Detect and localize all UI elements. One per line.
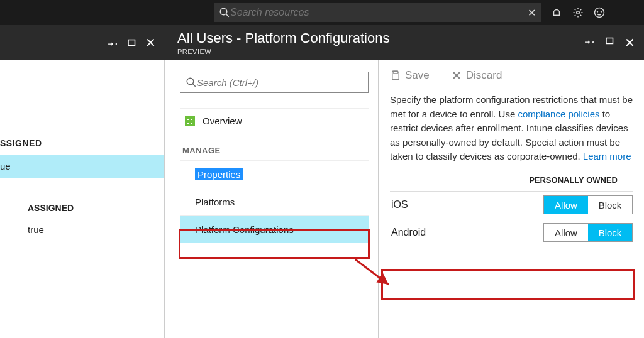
save-label: Save: [405, 69, 430, 82]
search-icon: [219, 7, 230, 18]
smiley-icon[interactable]: [594, 7, 605, 18]
global-search-input[interactable]: [230, 7, 536, 18]
save-icon: [390, 70, 401, 81]
platform-name: iOS: [390, 199, 543, 210]
discard-label: Discard: [466, 69, 502, 82]
toggle-block[interactable]: Block: [588, 196, 632, 214]
nav-blade: Overview MANAGE Properties Platforms Pla…: [165, 60, 379, 338]
svg-point-5: [597, 11, 598, 12]
svg-point-9: [187, 78, 194, 85]
bell-icon[interactable]: [551, 7, 562, 18]
restore-icon[interactable]: [126, 37, 138, 48]
content-blade: Save Discard Specify the platform config…: [379, 60, 644, 338]
platform-row-ios: iOS Allow Block: [390, 191, 633, 219]
svg-point-3: [577, 11, 580, 14]
search-icon: [186, 77, 197, 88]
gear-icon[interactable]: [572, 7, 584, 18]
toggle-allow[interactable]: Allow: [544, 224, 588, 241]
nav-item-label: Platforms: [195, 197, 235, 207]
blade-header-row: ✕ All Users - Platform Configurations PR…: [0, 25, 644, 60]
left-blade: SSIGNED ue ASSIGNED true: [0, 60, 165, 338]
toggle-ios[interactable]: Allow Block: [543, 195, 633, 214]
highlight-box: [381, 269, 635, 300]
nav-section-manage: MANAGE: [182, 146, 369, 155]
grid-icon: [185, 116, 195, 126]
nav-item-label: Overview: [203, 116, 242, 126]
local-search-input[interactable]: [197, 77, 363, 88]
svg-line-1: [226, 14, 229, 17]
toggle-android[interactable]: Allow Block: [543, 223, 633, 242]
nav-item-label: Properties: [195, 168, 243, 180]
svg-point-6: [601, 11, 602, 12]
svg-rect-7: [128, 40, 135, 46]
blade-title: All Users - Platform Configurations PREV…: [177, 30, 389, 55]
discard-button[interactable]: Discard: [451, 69, 502, 82]
blade-heading: All Users - Platform Configurations: [177, 30, 389, 46]
nav-item-properties[interactable]: Properties: [180, 160, 369, 188]
save-button[interactable]: Save: [390, 69, 430, 82]
close-icon[interactable]: ✕: [145, 35, 156, 50]
close-icon: [451, 70, 462, 81]
blade-subtitle: PREVIEW: [177, 48, 389, 55]
global-search[interactable]: ✕: [214, 3, 541, 22]
svg-point-0: [220, 8, 227, 15]
clear-icon[interactable]: ✕: [528, 7, 536, 19]
learn-more-link[interactable]: Learn more: [583, 151, 631, 161]
svg-rect-11: [394, 71, 397, 74]
restore-icon[interactable]: [604, 35, 616, 46]
svg-point-4: [595, 8, 604, 18]
close-icon[interactable]: ✕: [625, 35, 635, 50]
pin-icon[interactable]: [108, 37, 119, 48]
column-header-personally-owned: PERSONALLY OWNED: [390, 164, 633, 191]
left-item-selected[interactable]: ue: [0, 155, 164, 178]
top-bar: ✕: [0, 0, 644, 25]
platform-row-android: Android Allow Block: [390, 219, 633, 246]
local-search[interactable]: [180, 72, 369, 93]
left-subsection-label: ASSIGNED: [0, 178, 164, 218]
left-section-label: SSIGNED: [0, 107, 164, 155]
nav-overview[interactable]: Overview: [180, 108, 369, 133]
nav-item-platforms[interactable]: Platforms: [180, 188, 369, 215]
nav-item-platform-configurations[interactable]: Platform Configurations: [180, 215, 369, 243]
left-value: true: [0, 218, 164, 241]
toggle-block[interactable]: Block: [588, 224, 632, 241]
svg-rect-8: [606, 38, 613, 44]
pin-icon[interactable]: [584, 35, 596, 46]
compliance-policies-link[interactable]: compliance policies: [518, 109, 599, 119]
platform-name: Android: [390, 227, 543, 238]
svg-line-10: [192, 84, 196, 87]
nav-item-label: Platform Configurations: [195, 224, 294, 235]
description: Specify the platform configuration restr…: [390, 93, 633, 164]
left-link[interactable]: [0, 85, 164, 107]
toggle-allow[interactable]: Allow: [544, 196, 588, 214]
